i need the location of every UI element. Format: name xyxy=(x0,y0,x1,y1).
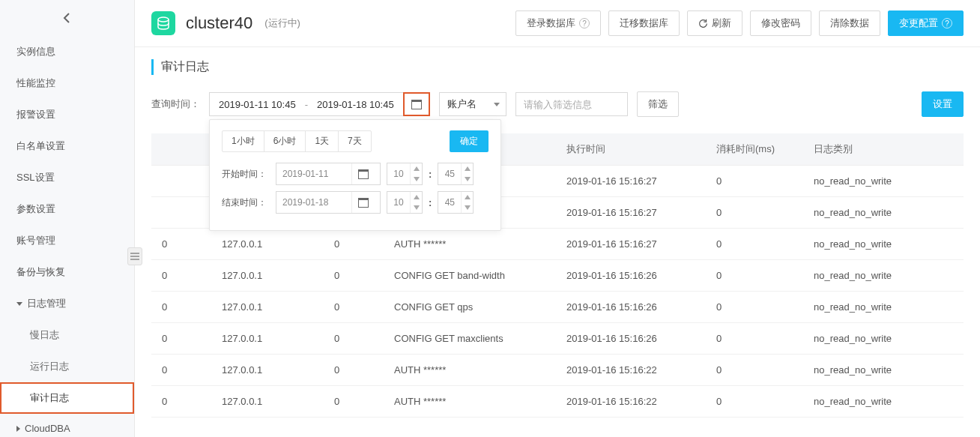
preset-1h[interactable]: 1小时 xyxy=(223,131,264,151)
datetime-range-input[interactable]: 2019-01-11 10:45 - 2019-01-18 10:45 xyxy=(209,92,404,116)
end-date-field[interactable] xyxy=(276,197,351,208)
cluster-status: (运行中) xyxy=(264,16,300,30)
min-up[interactable] xyxy=(462,163,473,174)
cell-elapsed: 0 xyxy=(706,386,803,418)
migrate-db-button[interactable]: 迁移数据库 xyxy=(608,10,680,36)
hour-up[interactable] xyxy=(411,163,422,174)
cell-elapsed: 0 xyxy=(706,229,803,260)
table-row: 0127.0.0.10CONFIG GET band-width2019-01-… xyxy=(151,260,964,292)
end-hour-spinner[interactable] xyxy=(387,191,423,214)
cell-cmd: AUTH ****** xyxy=(384,386,556,418)
cell-c0: 0 xyxy=(151,229,211,260)
cell-c2: 0 xyxy=(324,355,384,386)
min-down[interactable] xyxy=(462,202,473,213)
nav-run-log[interactable]: 运行日志 xyxy=(0,351,134,382)
time-colon: : xyxy=(429,197,432,208)
end-hour-field[interactable] xyxy=(387,197,410,208)
calendar-button[interactable] xyxy=(403,92,430,116)
nav-audit-log[interactable]: 审计日志 xyxy=(0,382,134,414)
settings-button[interactable]: 设置 xyxy=(922,91,964,117)
main: cluster40 (运行中) 登录数据库 ? 迁移数据库 刷新 修改密码 清除… xyxy=(135,0,980,437)
cell-c2: 0 xyxy=(324,386,384,418)
cell-log_type: no_read_no_write xyxy=(803,292,964,323)
cell-log_type: no_read_no_write xyxy=(803,197,964,229)
hour-down[interactable] xyxy=(411,174,422,184)
calendar-icon xyxy=(411,100,422,109)
nav-whitelist[interactable]: 白名单设置 xyxy=(0,130,134,162)
cell-c0 xyxy=(151,166,211,197)
end-date-cal-icon[interactable] xyxy=(351,192,374,213)
date-confirm-button[interactable]: 确定 xyxy=(450,130,489,152)
cell-ip: 127.0.0.1 xyxy=(211,260,324,292)
help-icon: ? xyxy=(942,18,952,28)
cell-c0: 0 xyxy=(151,386,211,418)
nav-alarm[interactable]: 报警设置 xyxy=(0,99,134,130)
start-min-spinner[interactable] xyxy=(438,163,474,185)
min-up[interactable] xyxy=(462,192,473,202)
cell-c0: 0 xyxy=(151,355,211,386)
nav-instance-info[interactable]: 实例信息 xyxy=(0,36,134,67)
start-date-cal-icon[interactable] xyxy=(351,163,374,184)
cell-c0: 0 xyxy=(151,260,211,292)
content: 审计日志 查询时间： 2019-01-11 10:45 - 2019-01-18… xyxy=(135,47,980,437)
cell-log_type: no_read_no_write xyxy=(803,386,964,418)
start-datetime: 2019-01-11 10:45 xyxy=(210,99,305,110)
preset-7d[interactable]: 7天 xyxy=(339,131,371,151)
nav-params[interactable]: 参数设置 xyxy=(0,193,134,225)
cell-c2: 0 xyxy=(324,260,384,292)
preset-1d[interactable]: 1天 xyxy=(306,131,339,151)
cell-log_type: no_read_no_write xyxy=(803,355,964,386)
change-pwd-button[interactable]: 修改密码 xyxy=(750,10,811,36)
account-select[interactable]: 账户名 xyxy=(439,92,506,116)
nav-performance[interactable]: 性能监控 xyxy=(0,67,134,99)
change-config-button[interactable]: 变更配置 ? xyxy=(888,10,964,36)
cluster-icon xyxy=(151,11,175,35)
nav-log-group[interactable]: 日志管理 xyxy=(0,288,134,319)
start-min-field[interactable] xyxy=(438,169,461,179)
refresh-label: 刷新 xyxy=(712,16,731,30)
filter-button[interactable]: 筛选 xyxy=(637,91,679,117)
cell-ip: 127.0.0.1 xyxy=(211,229,324,260)
nav-slow-log[interactable]: 慢日志 xyxy=(0,319,134,351)
refresh-button[interactable]: 刷新 xyxy=(687,10,742,36)
nav-ssl[interactable]: SSL设置 xyxy=(0,162,134,193)
start-date-input[interactable] xyxy=(276,163,381,185)
filter-input[interactable] xyxy=(515,92,628,116)
hour-up[interactable] xyxy=(411,192,422,202)
cell-exec_time: 2019-01-16 15:16:27 xyxy=(556,229,706,260)
cell-log_type: no_read_no_write xyxy=(803,229,964,260)
login-db-button[interactable]: 登录数据库 ? xyxy=(515,10,601,36)
nav: 实例信息 性能监控 报警设置 白名单设置 SSL设置 参数设置 账号管理 备份与… xyxy=(0,36,134,437)
hour-down[interactable] xyxy=(411,202,422,213)
preset-6h[interactable]: 6小时 xyxy=(264,131,306,151)
caret-right-icon xyxy=(16,426,20,432)
start-hour-spinner[interactable] xyxy=(387,163,423,185)
min-down[interactable] xyxy=(462,174,473,184)
col-header-log-type: 日志类别 xyxy=(803,133,964,166)
header: cluster40 (运行中) 登录数据库 ? 迁移数据库 刷新 修改密码 清除… xyxy=(135,0,980,47)
nav-backup[interactable]: 备份与恢复 xyxy=(0,256,134,288)
end-min-field[interactable] xyxy=(438,197,461,208)
start-hour-field[interactable] xyxy=(387,169,410,179)
nav-clouddba[interactable]: CloudDBA xyxy=(0,414,134,437)
query-row: 查询时间： 2019-01-11 10:45 - 2019-01-18 10:4… xyxy=(151,91,964,117)
cell-cmd: AUTH ****** xyxy=(384,229,556,260)
cell-exec_time: 2019-01-16 15:16:22 xyxy=(556,386,706,418)
cell-c2: 0 xyxy=(324,292,384,323)
nav-clouddba-label: CloudDBA xyxy=(25,423,70,434)
end-datetime: 2019-01-18 10:45 xyxy=(308,99,403,110)
sidebar-collapse-button[interactable] xyxy=(127,247,142,265)
table-row: 0127.0.0.10CONFIG GET maxclients2019-01-… xyxy=(151,323,964,355)
clear-data-button[interactable]: 清除数据 xyxy=(819,10,880,36)
refresh-icon xyxy=(698,19,708,28)
back-button[interactable] xyxy=(0,0,134,36)
start-date-field[interactable] xyxy=(276,169,351,179)
cell-elapsed: 0 xyxy=(706,292,803,323)
end-date-input[interactable] xyxy=(276,191,381,214)
nav-accounts[interactable]: 账号管理 xyxy=(0,225,134,256)
change-config-label: 变更配置 xyxy=(899,16,938,30)
end-min-spinner[interactable] xyxy=(438,191,474,214)
cell-cmd: CONFIG GET maxclients xyxy=(384,323,556,355)
date-presets: 1小时 6小时 1天 7天 xyxy=(222,130,372,152)
cell-exec_time: 2019-01-16 15:16:26 xyxy=(556,323,706,355)
